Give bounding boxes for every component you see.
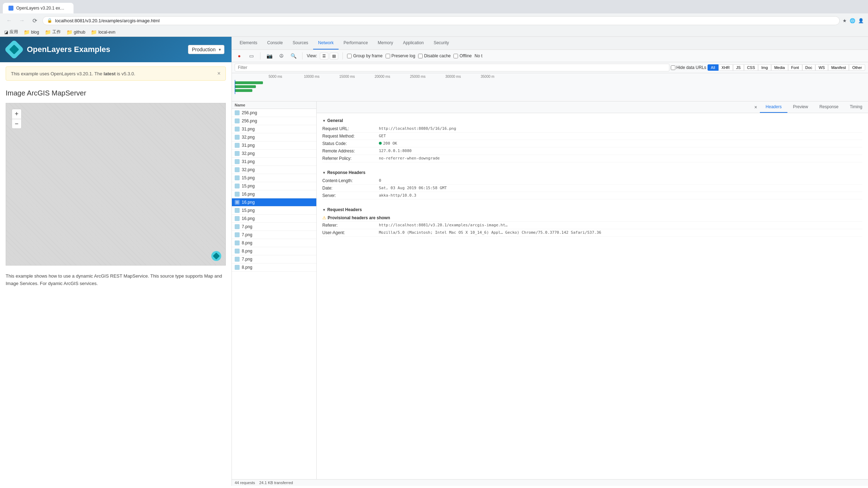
filter-css[interactable]: CSS — [744, 64, 758, 71]
response-headers-title[interactable]: Response Headers — [322, 168, 862, 177]
bookmark-github[interactable]: 📁 github — [66, 29, 86, 35]
camera-button[interactable]: 📷 — [265, 51, 274, 60]
tab-application[interactable]: Application — [398, 37, 429, 50]
network-item[interactable]: 16.png — [232, 198, 316, 207]
forward-button[interactable]: → — [17, 16, 27, 25]
filter-button[interactable]: ☮ — [277, 51, 286, 60]
tab-memory[interactable]: Memory — [373, 37, 398, 50]
network-item[interactable]: 32.png — [232, 133, 316, 141]
url-text[interactable]: localhost:8081/v3.20.1/examples/arcgis-i… — [55, 18, 835, 23]
tab-sources[interactable]: Sources — [288, 37, 313, 50]
reload-button[interactable]: ⟳ — [30, 16, 40, 25]
date-label: Date: — [322, 186, 379, 191]
detail-close-button[interactable]: × — [751, 101, 760, 113]
filter-media[interactable]: Media — [771, 64, 788, 71]
network-item[interactable]: 8.png — [232, 247, 316, 255]
network-item-icon — [235, 192, 240, 197]
filter-doc[interactable]: Doc — [802, 64, 816, 71]
network-item[interactable]: 256.png — [232, 117, 316, 125]
list-view-button[interactable]: ☰ — [320, 53, 328, 59]
request-headers-text: Request Headers — [327, 207, 362, 212]
alert-close-button[interactable]: × — [217, 70, 221, 77]
filter-all[interactable]: All — [708, 64, 718, 71]
stop-button[interactable]: ▭ — [247, 51, 256, 60]
ol-panel: OpenLayers Examples Production This exam… — [0, 37, 231, 486]
bookmark-star-icon[interactable]: ★ — [843, 18, 847, 23]
general-section-title[interactable]: General — [322, 116, 862, 125]
network-item[interactable]: 31.png — [232, 125, 316, 133]
bookmark-local-evn[interactable]: 📁 local-evn — [91, 29, 115, 35]
waterfall-view-button[interactable]: ▤ — [330, 53, 338, 59]
filter-types: All XHR JS CSS Img Media Font Doc WS Man… — [708, 64, 865, 71]
timeline-bar-group — [235, 81, 263, 92]
network-item[interactable]: 16.png — [232, 215, 316, 223]
bookmark-apps[interactable]: ◪ 应用 — [4, 29, 18, 35]
tab-elements[interactable]: Elements — [235, 37, 262, 50]
network-item[interactable]: 16.png — [232, 190, 316, 198]
network-item-name: 15.png — [242, 175, 255, 180]
network-item[interactable]: 32.png — [232, 166, 316, 174]
network-item[interactable]: 7.png — [232, 231, 316, 239]
hide-data-urls-checkbox[interactable]: Hide data URLs — [671, 65, 706, 70]
network-toolbar: ● ▭ 📷 ☮ 🔍 View: ☰ ▤ Group by frame Prese… — [232, 50, 868, 62]
back-button[interactable]: ← — [4, 16, 14, 25]
tab-response[interactable]: Response — [814, 101, 844, 113]
disable-cache-checkbox[interactable]: Disable cache — [418, 53, 451, 58]
offline-checkbox[interactable]: Offline — [453, 53, 471, 58]
filter-xhr[interactable]: XHR — [719, 64, 733, 71]
filter-manifest[interactable]: Manifest — [828, 64, 849, 71]
network-list: Name 256.png 256.png 31.png 32.png — [232, 101, 317, 479]
network-item[interactable]: 31.png — [232, 141, 316, 150]
tab-performance[interactable]: Performance — [339, 37, 373, 50]
user-icon[interactable]: 👤 — [858, 18, 864, 23]
map-container[interactable]: + − — [6, 103, 226, 266]
network-item[interactable]: 256.png — [232, 109, 316, 117]
bookmark-work[interactable]: 📁 工作 — [45, 29, 61, 35]
network-item[interactable]: 7.png — [232, 223, 316, 231]
tab-security[interactable]: Security — [429, 37, 454, 50]
network-item-icon — [235, 135, 240, 140]
search-button[interactable]: 🔍 — [289, 51, 298, 60]
svg-rect-0 — [236, 111, 239, 114]
timeline-label-5: 20000 ms — [375, 75, 410, 79]
network-item[interactable]: 7.png — [232, 255, 316, 263]
preserve-log-checkbox[interactable]: Preserve log — [386, 53, 415, 58]
record-button[interactable]: ● — [235, 51, 244, 60]
network-item[interactable]: 8.png — [232, 263, 316, 272]
filter-other[interactable]: Other — [849, 64, 865, 71]
tab-console[interactable]: Console — [262, 37, 288, 50]
network-item[interactable]: 32.png — [232, 150, 316, 158]
remote-address-value: 127.0.0.1:8080 — [379, 149, 412, 153]
svg-rect-14 — [236, 225, 239, 228]
general-section: General Request URL: http://localhost:80… — [317, 113, 868, 165]
tab-timing[interactable]: Timing — [844, 101, 868, 113]
network-item-name: 8.png — [242, 265, 252, 270]
network-item[interactable]: 15.png — [232, 207, 316, 215]
timeline-label-8: 35000 m — [481, 75, 509, 79]
zoom-out-button[interactable]: − — [12, 119, 22, 129]
filter-ws[interactable]: WS — [815, 64, 828, 71]
tab-favicon — [8, 6, 13, 11]
filter-font[interactable]: Font — [788, 64, 802, 71]
date-row: Date: Sat, 03 Aug 2019 06:15:58 GMT — [322, 185, 862, 192]
network-item[interactable]: 15.png — [232, 182, 316, 190]
production-select[interactable]: Production — [188, 45, 224, 54]
tab-network[interactable]: Network — [313, 37, 339, 50]
zoom-in-button[interactable]: + — [12, 109, 22, 119]
filter-img[interactable]: Img — [758, 64, 771, 71]
network-item[interactable]: 8.png — [232, 239, 316, 247]
filter-js[interactable]: JS — [733, 64, 744, 71]
bookmark-blog[interactable]: 📁 blog — [24, 29, 39, 35]
network-item-name: 15.png — [242, 208, 255, 213]
network-item[interactable]: 31.png — [232, 158, 316, 166]
browser-icon[interactable]: 🌐 — [850, 18, 855, 23]
browser-tab[interactable]: OpenLayers v3.20.1 ex… — [3, 3, 74, 13]
tab-headers[interactable]: Headers — [760, 101, 787, 113]
status-code-value: 200 OK — [379, 141, 397, 146]
filter-input[interactable] — [235, 64, 669, 71]
request-headers-title[interactable]: Request Headers — [322, 205, 862, 214]
group-by-frame-checkbox[interactable]: Group by frame — [347, 53, 382, 58]
network-item[interactable]: 15.png — [232, 174, 316, 182]
tab-preview[interactable]: Preview — [787, 101, 814, 113]
svg-rect-6 — [236, 160, 239, 163]
